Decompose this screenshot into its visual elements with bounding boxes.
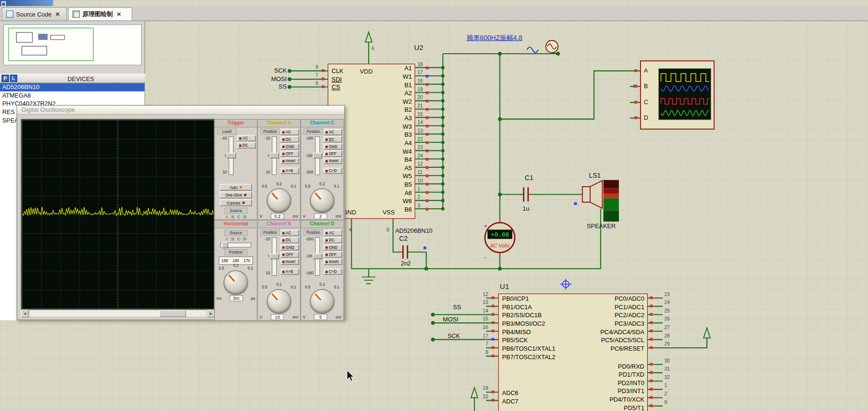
- combine-button[interactable]: A+B: [281, 269, 299, 275]
- invert-button[interactable]: Invert: [281, 158, 299, 164]
- u2-ref[interactable]: U2: [414, 43, 423, 52]
- off-button[interactable]: OFF: [281, 252, 299, 258]
- volts-per-div-knob[interactable]: [267, 289, 292, 313]
- dc-button[interactable]: DC: [324, 237, 342, 243]
- ac-button[interactable]: AC: [281, 129, 299, 135]
- volts-per-div-knob[interactable]: [267, 189, 292, 213]
- ac-voltmeter[interactable]: +0.08 AC Volts + -: [484, 222, 515, 261]
- device-list-item[interactable]: AD5206BN10: [0, 83, 145, 91]
- off-button[interactable]: OFF: [324, 252, 342, 258]
- channel-panel: Channel C Position -180 -190 -200: [300, 119, 344, 220]
- capacitor-c1[interactable]: [524, 187, 528, 202]
- net-label-mosi-u1[interactable]: MOSI: [432, 316, 458, 322]
- pin[interactable]: 3: [416, 206, 442, 213]
- pin[interactable]: 7: [466, 344, 497, 351]
- invert-button[interactable]: Invert: [281, 259, 299, 265]
- net-label-sck-u1[interactable]: SCK: [433, 332, 460, 339]
- pin[interactable]: 22: [466, 396, 497, 403]
- dc-button[interactable]: DC: [281, 136, 299, 142]
- invert-button[interactable]: Invert: [324, 158, 342, 164]
- oscilloscope-screen[interactable]: [21, 119, 215, 310]
- net-label-ss-u1[interactable]: SS: [435, 304, 461, 310]
- trigger-oneshot-button[interactable]: One-Shot: [220, 192, 252, 198]
- scrollbar-track[interactable]: [29, 310, 207, 317]
- horizontal-source-slider[interactable]: [220, 243, 251, 248]
- off-button[interactable]: OFF: [281, 151, 299, 157]
- ls1-ref[interactable]: LS1: [589, 172, 601, 179]
- position-slider[interactable]: -10 0 10: [259, 236, 282, 278]
- c1-value[interactable]: 1u: [523, 205, 529, 212]
- oscilloscope-window[interactable]: Digital Oscilloscope ◄ ► Trigger Level: [16, 105, 345, 320]
- device-list-item[interactable]: ATMEGA8: [0, 91, 145, 100]
- ac-button[interactable]: AC: [281, 230, 299, 236]
- oscilloscope-scrollbar[interactable]: ◄ ►: [21, 310, 215, 317]
- combine-button[interactable]: C+D: [324, 269, 342, 275]
- sine-generator[interactable]: [527, 41, 558, 54]
- pin[interactable]: 13: [466, 303, 497, 310]
- pin[interactable]: 17: [466, 336, 497, 343]
- trigger-auto-button[interactable]: Auto: [220, 184, 252, 190]
- c1-ref[interactable]: C1: [525, 174, 533, 181]
- gnd-button[interactable]: GND: [281, 244, 299, 250]
- gnd-button[interactable]: GND: [281, 143, 299, 149]
- trigger-level-slider[interactable]: -10 0 10: [215, 135, 238, 177]
- scroll-right-button[interactable]: ►: [207, 310, 215, 317]
- tab-schematic-editor[interactable]: 原理图绘制 ×: [68, 7, 132, 20]
- oscilloscope-titlebar[interactable]: Digital Oscilloscope: [17, 106, 344, 115]
- scrollbar-thumb[interactable]: [160, 310, 186, 317]
- invert-button[interactable]: Invert: [324, 259, 342, 265]
- pin[interactable]: 15: [466, 319, 497, 326]
- gnd-button[interactable]: GND: [324, 143, 342, 149]
- tab-source-code[interactable]: Source Code ×: [2, 7, 67, 20]
- off-button[interactable]: OFF: [324, 151, 342, 157]
- slider-thumb[interactable]: [269, 254, 279, 259]
- dc-button[interactable]: DC: [281, 237, 299, 243]
- tab-close-button[interactable]: ×: [56, 10, 60, 17]
- net-label-ss[interactable]: SS: [248, 83, 287, 90]
- volts-per-div-knob[interactable]: [310, 289, 334, 313]
- pin[interactable]: 12: [466, 294, 497, 301]
- ac-button[interactable]: AC: [324, 230, 342, 236]
- slider-thumb[interactable]: [269, 153, 279, 158]
- combine-button[interactable]: C+D: [324, 168, 342, 174]
- u2-value[interactable]: AD5206BN10: [395, 227, 432, 234]
- pin[interactable]: 19: [466, 388, 497, 395]
- dc-button[interactable]: DC: [324, 136, 342, 142]
- net-annotation[interactable]: 频率600HZ振幅4.8: [467, 33, 522, 43]
- pin[interactable]: 14: [466, 311, 497, 318]
- slider-thumb[interactable]: [313, 153, 322, 158]
- net-label-mosi[interactable]: MOSI: [248, 75, 287, 82]
- pin[interactable]: 8: [466, 352, 497, 359]
- slider-thumb[interactable]: [313, 254, 322, 259]
- gnd-button[interactable]: GND: [324, 244, 342, 250]
- pin[interactable]: 9: [649, 402, 680, 409]
- pick-devices-button[interactable]: P: [2, 75, 9, 82]
- timebase-knob[interactable]: [224, 270, 248, 295]
- library-button[interactable]: L: [10, 75, 17, 82]
- trigger-ac-button[interactable]: AC: [237, 135, 256, 141]
- combine-button[interactable]: A+B: [281, 168, 299, 174]
- trigger-cursors-button[interactable]: Cursors: [220, 199, 252, 206]
- chip-u1-atmega8[interactable]: PB0/ICP1PB1/OC1APB2/SS/OC1BPB3/MOSI/OC2P…: [498, 294, 648, 411]
- ls1-value[interactable]: SPEAKER: [587, 222, 616, 229]
- pin[interactable]: 16: [466, 328, 497, 335]
- position-slider[interactable]: -180 -190 -200: [302, 135, 325, 177]
- capacitor-c2[interactable]: [403, 246, 407, 259]
- volts-per-div-knob[interactable]: [310, 189, 334, 213]
- scroll-left-button[interactable]: ◄: [21, 310, 29, 317]
- u1-ref[interactable]: U1: [500, 282, 509, 291]
- pin[interactable]: 5: [303, 83, 328, 90]
- slider-thumb[interactable]: [222, 242, 228, 248]
- c2-value[interactable]: 2n2: [401, 260, 411, 266]
- tab-close-button[interactable]: ×: [117, 10, 121, 17]
- c2-ref[interactable]: C2: [399, 235, 407, 242]
- position-slider[interactable]: -10 0 10: [259, 135, 282, 177]
- ac-button[interactable]: AC: [324, 129, 342, 135]
- net-label-sck[interactable]: SCK: [248, 67, 287, 74]
- pin[interactable]: 29: [649, 344, 680, 351]
- trigger-dc-button[interactable]: DC: [237, 142, 256, 148]
- position-slider[interactable]: -200 -190 -180: [302, 236, 325, 278]
- pin-state-indicator: [426, 199, 429, 202]
- overview-minimap[interactable]: [3, 25, 142, 66]
- slider-thumb[interactable]: [227, 153, 236, 158]
